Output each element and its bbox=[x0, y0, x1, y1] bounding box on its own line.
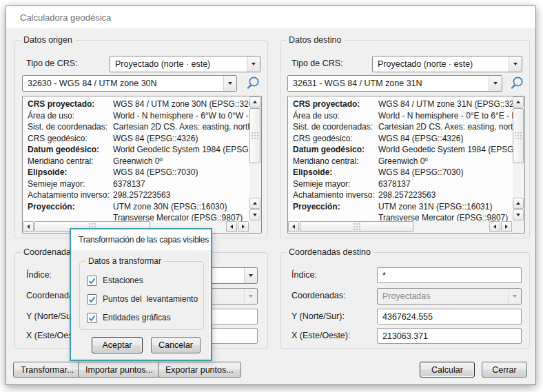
screen: Calculadora geodésica Datos origen Tipo … bbox=[0, 0, 543, 392]
chevron-down-icon[interactable] bbox=[489, 76, 502, 91]
crs-info-value: Transverse Mercator (EPSG::9807) bbox=[113, 212, 249, 221]
checkbox-row: Entidades gráficas bbox=[87, 311, 171, 324]
destination-crs-type-label: Tipo de CRS: bbox=[291, 59, 343, 68]
search-icon bbox=[245, 75, 261, 92]
crs-info-label: Achatamiento inverso: bbox=[293, 189, 378, 201]
chevron-down-icon[interactable] bbox=[509, 56, 522, 72]
crs-info-value: Greenwich 0º bbox=[378, 156, 513, 167]
crs-info-row: Meridiano central:Greenwich 0º bbox=[293, 156, 513, 167]
crs-info-label: Semieje mayor: bbox=[293, 178, 378, 190]
chevron-down-icon[interactable] bbox=[247, 56, 260, 72]
crs-info-row: Transverse Mercator (EPSG::9807) bbox=[28, 212, 249, 221]
checkbox[interactable] bbox=[87, 294, 97, 305]
destination-coordinates-label: Coordenadas: bbox=[291, 291, 346, 300]
transform-button[interactable]: Transformar... bbox=[13, 362, 81, 378]
scrollbar-thumb[interactable] bbox=[300, 221, 413, 232]
checkbox-row: Puntos del levantamiento bbox=[87, 293, 198, 305]
checkbox-label: Entidades gráficas bbox=[103, 313, 171, 322]
chevron-down-icon[interactable] bbox=[223, 76, 236, 91]
crs-info-value: WGS 84 (EPSG::7030) bbox=[378, 167, 513, 178]
destination-coordinates-group-title: Coordenadas destino bbox=[286, 247, 373, 258]
scroll-left-button[interactable] bbox=[23, 221, 34, 232]
destination-info-horizontal-scrollbar[interactable] bbox=[288, 221, 513, 233]
geodesic-calculator-window: Calculadora geodésica Datos origen Tipo … bbox=[6, 6, 536, 385]
cancel-button[interactable]: Cancelar bbox=[151, 337, 201, 353]
data-to-transform-group: Datos a transformar EstacionesPuntos del… bbox=[79, 261, 204, 330]
origin-crs-type-value: Proyectado (norte · este) bbox=[110, 59, 247, 69]
scroll-up-button[interactable] bbox=[513, 198, 524, 209]
crs-info-value: UTM zone 30N (EPSG::16030) bbox=[113, 201, 249, 213]
destination-x-field[interactable] bbox=[377, 328, 522, 344]
crs-info-label: Meridiano central: bbox=[28, 156, 113, 167]
destination-coordinates-combobox[interactable]: Proyectadas bbox=[377, 288, 522, 305]
destination-coordinates-group: Coordenadas destino Índice: Coordenadas:… bbox=[280, 252, 530, 349]
crs-info-row: Proyección:UTM zone 30N (EPSG::16030) bbox=[28, 201, 249, 213]
checkbox[interactable] bbox=[87, 313, 97, 323]
destination-crs-type-combobox[interactable]: Proyectado (norte · este) bbox=[372, 56, 522, 72]
destination-index-label: Índice: bbox=[291, 270, 317, 280]
crs-info-row: Área de uso:World - N hemisphere - 0°E t… bbox=[293, 110, 513, 122]
scroll-left-button[interactable] bbox=[226, 221, 237, 232]
crs-info-value: 298.257223563 bbox=[378, 189, 513, 201]
scroll-down-button[interactable] bbox=[249, 209, 260, 220]
search-icon bbox=[509, 75, 525, 92]
crs-info-label: CRS geodésico: bbox=[293, 133, 378, 145]
crs-info-label: Datum geodésico: bbox=[28, 144, 113, 156]
crs-info-row: Proyección:UTM zone 31N (EPSG::16031) bbox=[293, 201, 513, 213]
destination-crs-info-text: CRS proyectado:WGS 84 / UTM zone 31N (EP… bbox=[288, 96, 513, 221]
crs-info-label: Meridiano central: bbox=[293, 156, 378, 167]
import-points-button[interactable]: Importar puntos... bbox=[78, 362, 161, 378]
destination-y-field[interactable] bbox=[377, 309, 522, 324]
crs-info-value: 6378137 bbox=[378, 178, 513, 190]
scroll-up-button[interactable] bbox=[249, 198, 260, 209]
checkbox-label: Estaciones bbox=[103, 276, 143, 285]
origin-crs-type-combobox[interactable]: Proyectado (norte · este) bbox=[110, 56, 260, 72]
crs-info-value: World - N hemisphere - 6°W to 0°W - by bbox=[113, 110, 249, 122]
export-points-button[interactable]: Exportar puntos... bbox=[158, 362, 241, 378]
crs-info-label: CRS geodésico: bbox=[28, 133, 113, 145]
destination-crs-combobox[interactable]: 32631 - WGS 84 / UTM zone 31N bbox=[287, 75, 502, 92]
crs-info-row: CRS geodésico:WGS 84 (EPSG::4326) bbox=[28, 133, 249, 145]
scroll-left-button[interactable] bbox=[489, 221, 500, 232]
destination-info-vertical-scrollbar[interactable] bbox=[513, 96, 524, 221]
scroll-right-button[interactable] bbox=[238, 221, 249, 232]
scroll-left-button[interactable] bbox=[288, 221, 299, 232]
calculate-button[interactable]: Calcular bbox=[420, 362, 475, 378]
crs-info-row: Elipsoide:WGS 84 (EPSG::7030) bbox=[293, 167, 513, 178]
crs-info-label: Proyección: bbox=[28, 201, 113, 213]
origin-crs-info-text: CRS proyectado:WGS 84 / UTM zone 30N (EP… bbox=[23, 96, 249, 221]
scroll-up-button[interactable] bbox=[513, 96, 524, 107]
destination-crs-search-button[interactable] bbox=[508, 74, 526, 92]
chevron-down-icon[interactable] bbox=[244, 268, 257, 283]
scroll-right-button[interactable] bbox=[501, 221, 512, 232]
crs-info-label bbox=[28, 212, 113, 221]
destination-index-field[interactable] bbox=[377, 267, 522, 283]
accept-button[interactable]: Aceptar bbox=[92, 337, 143, 353]
scroll-up-button[interactable] bbox=[249, 96, 260, 107]
origin-crs-search-button[interactable] bbox=[244, 74, 262, 92]
origin-crs-code: 32630 - WGS 84 / UTM zone 30N bbox=[23, 79, 223, 88]
crs-info-value: World Geodetic System 1984 (EPSG::6326) bbox=[378, 144, 513, 156]
crs-info-row: Datum geodésico:World Geodetic System 19… bbox=[293, 144, 513, 156]
scrollbar-thumb[interactable] bbox=[513, 108, 524, 163]
destination-crs-code: 32631 - WGS 84 / UTM zone 31N bbox=[288, 79, 489, 88]
crs-info-label: CRS proyectado: bbox=[293, 99, 378, 110]
crs-info-value: Greenwich 0º bbox=[113, 156, 249, 167]
crs-info-value: WGS 84 (EPSG::4326) bbox=[378, 133, 513, 145]
scroll-down-button[interactable] bbox=[513, 209, 524, 220]
destination-coordinates-value: Proyectadas bbox=[378, 291, 508, 301]
scrollbar-corner bbox=[513, 221, 524, 233]
origin-crs-combobox[interactable]: 32630 - WGS 84 / UTM zone 30N bbox=[22, 75, 237, 92]
crs-info-label: CRS proyectado: bbox=[28, 99, 113, 110]
crs-info-value: WGS 84 / UTM zone 31N (EPSG::32631) bbox=[378, 99, 513, 110]
crs-info-label: Achatamiento inverso: bbox=[28, 189, 113, 201]
window-titlebar[interactable]: Calculadora geodésica bbox=[6, 6, 535, 28]
origin-info-vertical-scrollbar[interactable] bbox=[249, 96, 261, 221]
data-to-transform-group-title: Datos a transformar bbox=[85, 256, 164, 267]
close-button[interactable]: Cerrar bbox=[482, 362, 527, 378]
scrollbar-thumb[interactable] bbox=[249, 108, 260, 163]
crs-info-value: WGS 84 (EPSG::7030) bbox=[113, 167, 249, 178]
checkbox[interactable] bbox=[87, 276, 97, 286]
check-icon bbox=[88, 295, 96, 304]
origin-index-label: Índice: bbox=[26, 270, 52, 280]
